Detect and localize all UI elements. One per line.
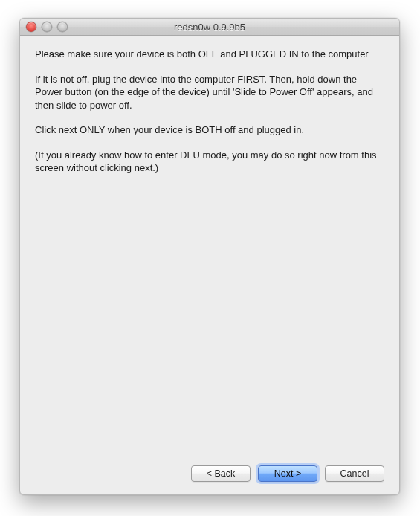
cancel-button[interactable]: Cancel [325, 465, 384, 482]
next-button[interactable]: Next > [258, 465, 317, 482]
minimize-icon[interactable] [42, 22, 52, 32]
close-icon[interactable] [26, 22, 36, 32]
window-controls [26, 22, 68, 32]
app-window: redsn0w 0.9.9b5 Please make sure your de… [19, 18, 400, 495]
instruction-text: Click next ONLY when your device is BOTH… [35, 123, 384, 137]
zoom-icon[interactable] [57, 22, 68, 32]
content-area: Please make sure your device is both OFF… [20, 36, 399, 453]
instruction-text: Please make sure your device is both OFF… [35, 48, 384, 61]
back-button[interactable]: < Back [191, 465, 251, 482]
instruction-text: (If you already know how to enter DFU mo… [35, 149, 384, 175]
button-bar: < Back Next > Cancel [20, 453, 399, 494]
instruction-text: If it is not off, plug the device into t… [35, 73, 384, 112]
window-title: redsn0w 0.9.9b5 [174, 22, 245, 33]
titlebar[interactable]: redsn0w 0.9.9b5 [20, 19, 399, 36]
